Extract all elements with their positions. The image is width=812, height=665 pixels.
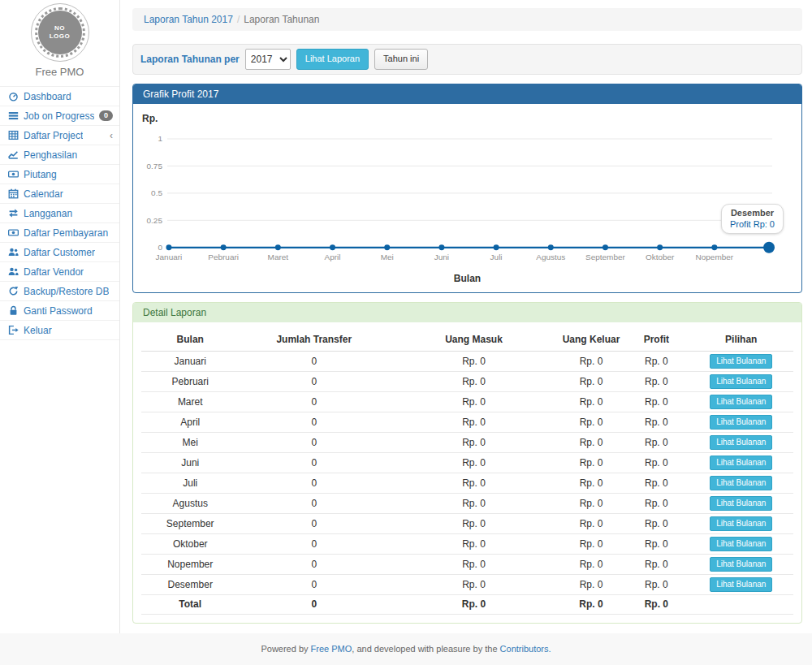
sign-out-icon	[7, 325, 19, 335]
table-cell: Rp. 0	[389, 473, 559, 493]
table-row: Mei0Rp. 0Rp. 0Rp. 0Lihat Bulanan	[141, 432, 793, 452]
year-select[interactable]: 2017	[245, 49, 291, 70]
detail-laporan-panel: Detail Laporan Bulan Jumlah Transfer Uan…	[132, 302, 802, 624]
svg-text:Mei: Mei	[381, 253, 394, 261]
table-cell: Rp. 0	[624, 432, 689, 452]
y-axis-title: Rp.	[142, 113, 793, 124]
lihat-bulanan-button[interactable]: Lihat Bulanan	[710, 577, 772, 592]
table-cell: 0	[239, 371, 389, 391]
sidebar-item-keluar[interactable]: Keluar	[0, 321, 119, 340]
lihat-bulanan-button[interactable]: Lihat Bulanan	[710, 374, 772, 389]
lihat-bulanan-button[interactable]: Lihat Bulanan	[710, 476, 772, 490]
table-row: Januari0Rp. 0Rp. 0Rp. 0Lihat Bulanan	[141, 351, 793, 371]
profit-chart: 00.250.50.751JanuariPebruariMaretAprilMe…	[141, 125, 793, 268]
free-pmo-link[interactable]: Free PMO	[311, 644, 352, 654]
table-cell: Rp. 0	[389, 432, 559, 452]
svg-text:September: September	[585, 253, 625, 261]
sidebar-item-daftar-vendor[interactable]: Daftar Vendor	[0, 262, 119, 282]
table-cell: Rp. 0	[559, 554, 624, 574]
sidebar-item-label: Calendar	[24, 188, 63, 200]
svg-text:0.75: 0.75	[147, 162, 163, 171]
table-cell: Rp. 0	[624, 574, 689, 594]
column-header: Uang Keluar	[559, 329, 624, 352]
sidebar-item-daftar-pembayaran[interactable]: Daftar Pembayaran	[0, 223, 119, 243]
table-action-cell: Lihat Bulanan	[689, 432, 793, 452]
svg-text:Oktober: Oktober	[646, 253, 675, 261]
tooltip-label: Desember	[730, 208, 775, 218]
svg-text:0: 0	[158, 243, 162, 252]
sidebar-item-ganti-password[interactable]: Ganti Password	[0, 301, 119, 321]
sidebar-item-daftar-customer[interactable]: Daftar Customer	[0, 243, 119, 262]
users-icon	[7, 266, 19, 277]
lihat-bulanan-button[interactable]: Lihat Bulanan	[710, 557, 772, 572]
sidebar-item-daftar-project[interactable]: Daftar Project ‹	[0, 126, 119, 145]
svg-text:Juni: Juni	[434, 253, 449, 261]
table-action-cell: Lihat Bulanan	[689, 391, 793, 412]
table-cell: Nopember	[141, 554, 239, 574]
retweet-icon	[7, 208, 19, 218]
lihat-bulanan-button[interactable]: Lihat Bulanan	[710, 354, 772, 369]
svg-text:Januari: Januari	[156, 253, 183, 261]
sidebar-item-piutang[interactable]: Piutang	[0, 165, 119, 184]
table-action-cell: Lihat Bulanan	[689, 513, 793, 533]
table-cell: Mei	[141, 432, 239, 452]
sidebar-item-label: Piutang	[24, 169, 57, 180]
sidebar-item-dashboard[interactable]: Dashboard	[0, 87, 119, 106]
table-row: Oktober0Rp. 0Rp. 0Rp. 0Lihat Bulanan	[141, 533, 793, 554]
sidebar-item-label: Ganti Password	[24, 305, 93, 317]
lihat-bulanan-button[interactable]: Lihat Bulanan	[710, 456, 772, 470]
contributors-link[interactable]: Contributors.	[500, 644, 551, 654]
footer-text: Powered by	[261, 644, 310, 654]
table-cell: 0	[239, 493, 389, 513]
lihat-bulanan-button[interactable]: Lihat Bulanan	[710, 516, 772, 531]
table-cell: Rp. 0	[389, 452, 559, 473]
sidebar-item-penghasilan[interactable]: Penghasilan	[0, 145, 119, 165]
table-cell: 0	[239, 473, 389, 493]
tooltip-value: Profit Rp: 0	[730, 219, 775, 229]
table-cell: Rp. 0	[624, 452, 689, 473]
lihat-bulanan-button[interactable]: Lihat Bulanan	[710, 415, 772, 430]
lihat-bulanan-button[interactable]: Lihat Bulanan	[710, 537, 772, 551]
sidebar-item-langganan[interactable]: Langganan	[0, 204, 119, 223]
svg-text:April: April	[325, 253, 341, 261]
table-cell: 0	[239, 432, 389, 452]
table-cell: 0	[239, 452, 389, 473]
logo-text: LOGO	[50, 32, 71, 41]
lihat-laporan-button[interactable]: Lihat Laporan	[296, 49, 369, 69]
sidebar-item-label: Dashboard	[24, 91, 71, 102]
sidebar-item-calendar[interactable]: Calendar	[0, 184, 119, 204]
sidebar-item-label: Daftar Pembayaran	[24, 227, 108, 239]
table-row: Desember0Rp. 0Rp. 0Rp. 0Lihat Bulanan	[141, 574, 793, 594]
lihat-bulanan-button[interactable]: Lihat Bulanan	[710, 395, 772, 409]
tahun-ini-button[interactable]: Tahun ini	[374, 49, 428, 69]
table-header-row: Bulan Jumlah Transfer Uang Masuk Uang Ke…	[141, 329, 793, 352]
sidebar-item-backup-restore-db[interactable]: Backup/Restore DB	[0, 282, 119, 301]
detail-panel-title: Detail Laporan	[133, 303, 801, 322]
total-cell: Rp. 0	[389, 594, 559, 614]
sidebar-item-job-on-progress[interactable]: Job on Progress 0	[0, 106, 119, 126]
profit-chart-svg[interactable]: 00.250.50.751JanuariPebruariMaretAprilMe…	[141, 125, 793, 268]
sidebar-item-label: Daftar Customer	[24, 247, 95, 258]
table-cell: Rp. 0	[624, 473, 689, 493]
total-cell: 0	[239, 594, 389, 614]
table-cell: Rp. 0	[389, 371, 559, 391]
table-action-cell: Lihat Bulanan	[689, 574, 793, 594]
brand-area: NO LOGO Free PMO	[0, 0, 119, 86]
table-cell: Rp. 0	[389, 513, 559, 533]
lihat-bulanan-button[interactable]: Lihat Bulanan	[710, 496, 772, 511]
total-cell-empty	[689, 594, 793, 614]
table-cell: Rp. 0	[559, 432, 624, 452]
table-cell: 0	[239, 391, 389, 412]
table-cell: Rp. 0	[559, 412, 624, 432]
svg-text:Maret: Maret	[268, 253, 289, 261]
brand-name: Free PMO	[0, 66, 119, 78]
table-cell: 0	[239, 351, 389, 371]
table-cell: Rp. 0	[624, 513, 689, 533]
table-cell: Rp. 0	[389, 574, 559, 594]
breadcrumb-link-laporan-tahun[interactable]: Laporan Tahun 2017	[144, 14, 233, 25]
table-cell: Agustus	[141, 493, 239, 513]
sidebar-item-label: Daftar Vendor	[24, 266, 84, 278]
lihat-bulanan-button[interactable]: Lihat Bulanan	[710, 435, 772, 450]
column-header: Pilihan	[689, 329, 793, 352]
svg-text:Agustus: Agustus	[536, 253, 565, 261]
